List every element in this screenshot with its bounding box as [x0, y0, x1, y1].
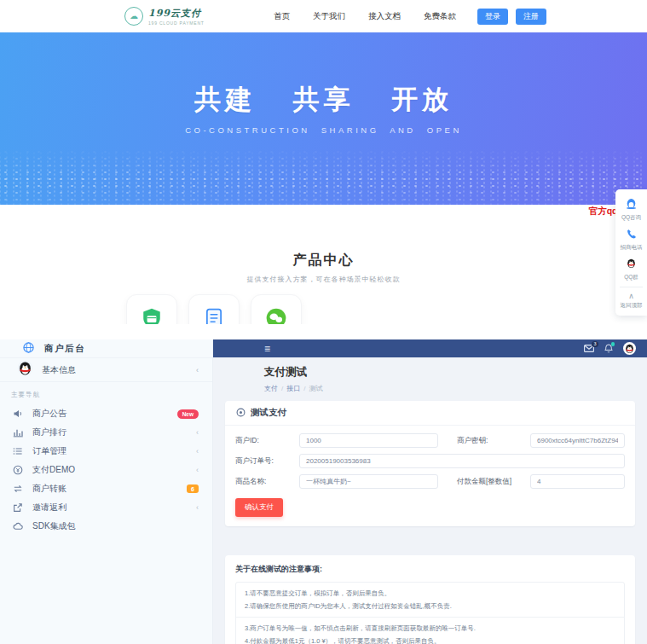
hero-title: 共建 共享 开放: [0, 32, 647, 118]
phone-icon: [627, 227, 637, 241]
product-name-label: 商品名称:: [235, 477, 299, 487]
target-icon: [236, 408, 246, 419]
nav-link-terms[interactable]: 免费条款: [424, 11, 456, 22]
nav-section-label: 主要导航: [0, 382, 212, 404]
merchant-id-input[interactable]: [299, 433, 438, 448]
breadcrumb-test: 测试: [309, 385, 322, 392]
brand-label: 商户后台: [44, 343, 85, 355]
new-badge: New: [177, 409, 199, 419]
penguin-icon: [626, 257, 637, 271]
chevron-up-icon: ∧: [615, 293, 647, 300]
widget-label: QQ咨询: [615, 214, 647, 222]
avatar: [17, 360, 33, 380]
globe-icon: [23, 341, 34, 357]
topbar-avatar[interactable]: [623, 342, 636, 355]
sidebar-brand[interactable]: 商户后台: [0, 339, 212, 357]
sidebar-item-label: 邀请返利: [32, 502, 66, 513]
notification-dot: [611, 342, 615, 346]
product-card[interactable]: [251, 294, 302, 324]
sidebar-item-merchant-ranking[interactable]: 商户排行 ‹: [0, 423, 212, 442]
topbar: ≡ 3: [213, 339, 647, 357]
sidebar-item-label: 商户公告: [32, 408, 66, 420]
sidebar-item-label: 支付DEMO: [32, 464, 75, 476]
widget-divider: [620, 287, 643, 287]
form-card-title: 测试支付: [251, 407, 286, 419]
bar-chart-icon: [13, 427, 24, 438]
nav-link-about[interactable]: 关于我们: [313, 11, 345, 22]
confirm-pay-button[interactable]: 确认支付: [235, 498, 283, 517]
products-section: 官方qq结算: 产品中心 提供支付接入方案，可在各种场景中轻松收款: [0, 205, 647, 324]
bell-icon[interactable]: [604, 344, 613, 353]
amount-input[interactable]: [530, 474, 625, 489]
order-no-label: 商户订单号:: [235, 456, 299, 467]
merchant-key-label: 商户密钥:: [438, 436, 530, 446]
sidebar-item-label: 商户排行: [32, 426, 66, 438]
chevron-icon: ‹: [196, 428, 199, 437]
test-payment-card: 测试支付 商户ID: 商户密钥: 商户订单号:: [225, 401, 635, 526]
merchant-id-label: 商户ID:: [235, 436, 299, 446]
sidebar-item-announcements[interactable]: 商户公告 New: [0, 404, 212, 423]
sidebar-item-invite-rebate[interactable]: 邀请返利 ‹: [0, 498, 212, 517]
floating-contact-widget: QQ咨询 招商电话 QQ群 ∧ 返回顶部: [615, 189, 647, 316]
notes-title: 关于在线测试的注意事项:: [235, 564, 625, 575]
mail-icon[interactable]: 3: [584, 345, 594, 352]
list-icon: [13, 446, 24, 456]
dashboard-panel: 商户后台 基本信息 ‹ 主要导航 商户公告 New: [0, 339, 647, 644]
hamburger-menu-icon[interactable]: ≡: [264, 344, 270, 354]
logo-title: 199云支付: [148, 7, 205, 20]
sidebar-item-sdk-package[interactable]: SDK集成包: [0, 517, 212, 536]
nav-link-home[interactable]: 首页: [274, 11, 290, 22]
note-item: 3.商户订单号为唯一值，如不慎点击刷新，请直接刷新页面获取最新的唯一订单号.: [245, 622, 615, 635]
sidebar-item-order-management[interactable]: 订单管理 ‹: [0, 442, 212, 461]
products-subtitle: 提供支付接入方案，可在各种场景中轻松收款: [0, 275, 647, 284]
product-card[interactable]: [126, 294, 177, 324]
sidebar-item-label: 商户转账: [32, 483, 66, 495]
site-header: ☁ 199云支付 199 CLOUD PAYMENT 首页 关于我们 接入文档 …: [0, 0, 647, 32]
chevron-icon: ‹: [196, 503, 199, 512]
sidebar-item-label: SDK集成包: [32, 520, 76, 532]
order-no-input[interactable]: [299, 454, 625, 468]
coin-icon: [13, 465, 24, 475]
share-icon: [13, 502, 24, 513]
breadcrumb-interface[interactable]: 接口: [286, 385, 300, 392]
widget-label: 招商电话: [615, 244, 647, 252]
chevron-icon: ‹: [196, 466, 199, 474]
product-name-input[interactable]: [299, 474, 438, 489]
merchant-key-input[interactable]: [530, 433, 625, 448]
note-item: 1.请不要恶意提交订单，模拟订单，否则后果自负。: [245, 587, 615, 600]
login-button[interactable]: 登录: [477, 9, 508, 25]
widget-label: QQ群: [615, 274, 647, 281]
breadcrumb-payment[interactable]: 支付: [264, 385, 278, 392]
user-profile-row[interactable]: 基本信息 ‹: [0, 357, 212, 382]
user-label: 基本信息: [42, 364, 76, 376]
document-icon: [203, 307, 225, 324]
landing-page: ☁ 199云支付 199 CLOUD PAYMENT 首页 关于我们 接入文档 …: [0, 0, 647, 324]
qq-consult-item[interactable]: QQ咨询: [615, 194, 647, 224]
top-nav: 首页 关于我们 接入文档 免费条款: [274, 11, 456, 22]
amount-label: 付款金额[整数值]: [438, 477, 530, 487]
qq-group-item[interactable]: QQ群: [615, 254, 647, 284]
hero-subtitle: CO-CONSTRUCTION SHARING AND OPEN: [0, 125, 647, 135]
logo-subtitle: 199 CLOUD PAYMENT: [148, 20, 205, 26]
phone-item[interactable]: 招商电话: [615, 224, 647, 254]
breadcrumb: 支付/接口/测试: [264, 384, 635, 393]
product-cards: [126, 294, 302, 324]
particle-field: [0, 148, 647, 205]
mail-badge: 3: [592, 341, 598, 347]
test-notes-card: 关于在线测试的注意事项: 1.请不要恶意提交订单，模拟订单，否则后果自负。 2.…: [225, 555, 635, 644]
screenshot-stage: ☁ 199云支付 199 CLOUD PAYMENT 首页 关于我们 接入文档 …: [0, 0, 647, 644]
sidebar-item-merchant-transfer[interactable]: 商户转账 6: [0, 479, 212, 498]
breadcrumb-separator: /: [303, 385, 305, 392]
sidebar-item-pay-demo[interactable]: 支付DEMO ‹: [0, 461, 212, 479]
back-to-top[interactable]: ∧ 返回顶部: [615, 290, 647, 312]
product-card[interactable]: [188, 294, 240, 324]
count-badge: 6: [187, 484, 199, 493]
breadcrumb-separator: /: [281, 385, 283, 392]
site-logo[interactable]: ☁ 199云支付 199 CLOUD PAYMENT: [124, 7, 205, 26]
cloud-icon: [13, 521, 24, 531]
sidebar: 商户后台 基本信息 ‹ 主要导航 商户公告 New: [0, 339, 213, 644]
note-item: 4.付款金额为最低1元（1.0 ¥），请切不要恶意测试，否则后果自负。: [245, 635, 615, 644]
megaphone-icon: [13, 409, 24, 419]
register-button[interactable]: 注册: [516, 9, 546, 25]
nav-link-docs[interactable]: 接入文档: [368, 11, 401, 22]
